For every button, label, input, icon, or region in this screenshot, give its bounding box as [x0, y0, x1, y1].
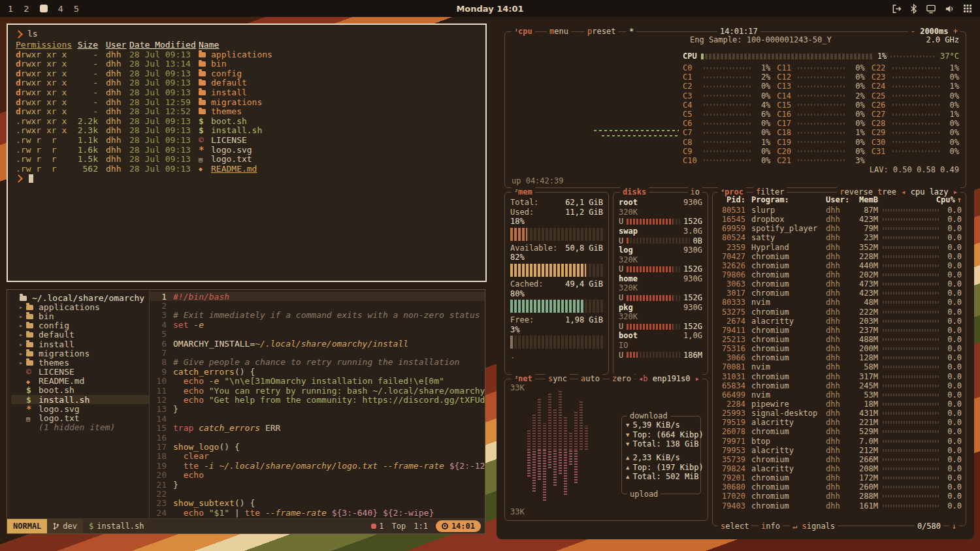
workspace-button[interactable]: 1	[8, 4, 13, 14]
process-row[interactable]: 3063 chromium dhh 473M 0.0	[713, 279, 966, 289]
logout-icon[interactable]	[892, 4, 902, 14]
code-line[interactable]: 20 echo	[150, 470, 485, 479]
code-line[interactable]: 12 echo "Get help from the community: ht…	[150, 395, 485, 404]
code-line[interactable]: 16	[150, 433, 485, 442]
header-program[interactable]: Program:	[751, 195, 826, 204]
process-row[interactable]: 17020 chromium dhh 288M 0.0	[713, 492, 966, 501]
process-row[interactable]: 2284 pipewire dhh 18M 0.0	[713, 400, 966, 409]
tree-item[interactable]: ~/.local/share/omarchy	[11, 293, 149, 302]
process-row[interactable]: 79403 chromium dhh 161M 0.0	[713, 501, 966, 511]
bluetooth-icon[interactable]	[910, 4, 917, 14]
process-row[interactable]: 70081 nvim dhh 58M 0.0	[713, 362, 966, 371]
code-line[interactable]: 11 echo "You can retry by running: bash …	[150, 386, 485, 395]
scroll-up-icon[interactable]: ↑	[957, 195, 962, 204]
tree-item[interactable]: (1 hidden item)	[11, 423, 149, 432]
process-row[interactable]: 25213 chromium dhh 488M 0.0	[713, 335, 966, 344]
workspace-button[interactable]: 4	[58, 4, 63, 14]
process-row[interactable]: 79953 alacritty dhh 212M 0.0	[713, 446, 966, 455]
tree-item[interactable]: ▸ config	[11, 321, 149, 330]
code-line[interactable]: 21 }	[150, 480, 485, 489]
tree-item[interactable]: ▸ bin	[11, 311, 149, 321]
git-branch-segment[interactable]: dev	[47, 519, 83, 533]
header-pid[interactable]: Pid:	[717, 195, 745, 204]
code-line[interactable]: 19 tte -i ~/.local/share/omarchy/logo.tx…	[150, 461, 485, 470]
code-line[interactable]: 6 OMARCHY_INSTALL=~/.local/share/omarchy…	[150, 339, 485, 348]
net-interface-selector[interactable]: ◂b enp191s0 ▸	[636, 373, 702, 384]
apps-icon[interactable]	[963, 4, 972, 13]
tree-item[interactable]: ▸ default	[11, 330, 149, 339]
interval-increase-button[interactable]: +	[953, 27, 958, 36]
topbar-clock[interactable]: Monday 14:01	[456, 4, 523, 14]
code-line[interactable]: 22	[150, 489, 485, 498]
code-line[interactable]: 18 clear	[150, 452, 485, 461]
prompt-line-empty[interactable]	[16, 174, 478, 183]
tree-item[interactable]: README.md	[11, 377, 149, 386]
interval-decrease-button[interactable]: -	[911, 27, 915, 36]
code-line[interactable]: 10 echo -e "\n\e[31mOmarchy installation…	[150, 377, 485, 386]
process-row[interactable]: 3066 chromium dhh 128M 0.0	[713, 353, 966, 362]
select-button[interactable]: select	[718, 521, 751, 531]
display-icon[interactable]	[926, 4, 936, 14]
process-row[interactable]: 16545 dropbox dhh 423M 0.0	[713, 215, 966, 224]
process-row[interactable]: 79201 chromium dhh 172M 0.0	[713, 473, 966, 482]
tree-item[interactable]: ▸ install	[11, 339, 149, 349]
net-zero-button[interactable]: zero	[610, 373, 634, 384]
tree-item[interactable]: boot.sh	[11, 386, 149, 395]
info-button[interactable]: info	[759, 521, 783, 531]
workspace-button[interactable]: 5	[74, 4, 79, 14]
process-row[interactable]: 32626 chromium dhh 440M 0.0	[713, 261, 966, 270]
header-user[interactable]: User:	[826, 195, 851, 204]
volume-icon[interactable]	[945, 4, 955, 14]
process-row[interactable]: 79806 chromium dhh 202M 0.0	[713, 270, 966, 279]
process-row[interactable]: 31031 chromium dhh 317M 0.0	[713, 372, 966, 381]
signals-button[interactable]: ↵ signals	[790, 521, 838, 531]
workspace-button[interactable]: 2	[24, 4, 29, 14]
tree-item[interactable]: LICENSE	[11, 368, 149, 377]
process-row[interactable]: 70427 chromium dhh 228M 0.0	[713, 252, 966, 261]
process-row[interactable]: 66499 nvim dhh 53M 0.0	[713, 390, 966, 400]
tree-item[interactable]: ▸ migrations	[11, 349, 149, 358]
process-row[interactable]: 80333 nvim dhh 48M 0.0	[713, 298, 966, 307]
io-mode-button[interactable]: io	[688, 187, 702, 197]
diagnostics-indicator[interactable]: 1	[371, 522, 384, 531]
code-line[interactable]: 7	[150, 348, 485, 357]
code-line[interactable]: 5	[150, 330, 485, 339]
process-row[interactable]: 30680 chromium dhh 260M 0.0	[713, 482, 966, 492]
code-line[interactable]: 13 }	[150, 405, 485, 414]
code-line[interactable]: 4 set -e	[150, 320, 485, 329]
process-row[interactable]: 2674 alacritty dhh 203M 0.0	[713, 317, 966, 326]
tree-item[interactable]: ▸ themes	[11, 358, 149, 367]
process-row[interactable]: 2359 Hyprland dhh 352M 0.0	[713, 243, 966, 252]
code-line[interactable]: 1 #!/bin/bash	[150, 292, 485, 301]
process-row[interactable]: 26078 chromium dhh 529M 0.0	[713, 427, 966, 436]
code-line[interactable]: 15 trap catch_errors ERR	[150, 423, 485, 432]
code-line[interactable]: 24 echo "$1" | tte --frame-rate ${3:-640…	[150, 508, 485, 517]
process-row[interactable]: 75316 chromium dhh 200M 0.0	[713, 344, 966, 353]
code-line[interactable]: 14	[150, 414, 485, 423]
code-line[interactable]: 8 # Give people a chance to retry runnin…	[150, 358, 485, 367]
process-row[interactable]: 79824 alacritty dhh 208M 0.0	[713, 464, 966, 473]
process-row[interactable]: 3017 chromium dhh 423M 0.0	[713, 289, 966, 298]
process-row[interactable]: 79411 chromium dhh 237M 0.0	[713, 326, 966, 335]
preset-button[interactable]: preset	[585, 26, 618, 37]
process-row[interactable]: 65834 chromium dhh 245M 0.0	[713, 381, 966, 390]
process-row[interactable]: 25993 signal-desktop dhh 431M 0.0	[713, 409, 966, 418]
process-row[interactable]: 80524 satty dhh 23M 0.0	[713, 233, 966, 242]
menu-button[interactable]: menu	[547, 26, 571, 37]
process-row[interactable]: 79519 alacritty dhh 221M 0.0	[713, 418, 966, 427]
net-auto-button[interactable]: auto	[578, 373, 602, 384]
code-line[interactable]: 2	[150, 301, 485, 310]
tree-item[interactable]: ▸ applications	[11, 302, 149, 311]
code-line[interactable]: 3 # Exit immediately if a command exits …	[150, 311, 485, 320]
tree-item[interactable]: logo.txt	[11, 413, 149, 422]
header-memb[interactable]: MemB	[851, 195, 878, 204]
tree-item[interactable]: install.sh	[11, 395, 149, 404]
header-cpu[interactable]: Cpu%	[936, 195, 955, 204]
code-line[interactable]: 9 catch_errors() {	[150, 367, 485, 376]
workspace-button[interactable]	[40, 5, 48, 12]
process-row[interactable]: 53275 chromium dhh 222M 0.0	[713, 307, 966, 317]
code-line[interactable]: 23 show_subtext() {	[150, 499, 485, 508]
process-row[interactable]: 35739 chromium dhh 266M 0.0	[713, 455, 966, 464]
code-line[interactable]: 17 show_logo() {	[150, 442, 485, 451]
process-row[interactable]: 80531 slurp dhh 87M 0.0	[713, 206, 966, 215]
